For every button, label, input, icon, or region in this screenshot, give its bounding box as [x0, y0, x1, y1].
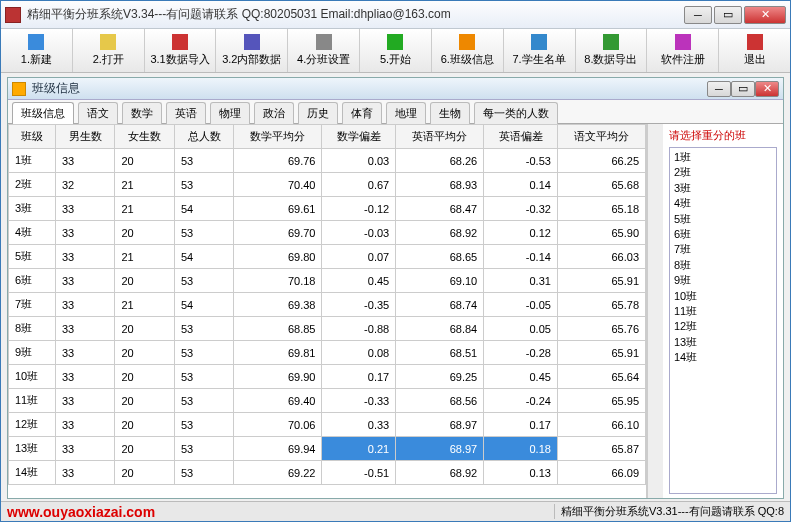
list-item[interactable]: 7班 — [674, 242, 772, 257]
table-row[interactable]: 7班33215469.38-0.3568.74-0.0565.78 — [9, 293, 646, 317]
column-header[interactable]: 语文平均分 — [557, 125, 645, 149]
cell[interactable]: 21 — [115, 173, 175, 197]
table-row[interactable]: 4班33205369.70-0.0368.920.1265.90 — [9, 221, 646, 245]
cell[interactable]: 65.91 — [557, 269, 645, 293]
column-header[interactable]: 英语偏差 — [484, 125, 558, 149]
cell[interactable]: 20 — [115, 149, 175, 173]
list-item[interactable]: 4班 — [674, 196, 772, 211]
cell[interactable]: 53 — [174, 389, 234, 413]
cell[interactable]: 65.78 — [557, 293, 645, 317]
table-row[interactable]: 12班33205370.060.3368.970.1766.10 — [9, 413, 646, 437]
cell[interactable]: 65.87 — [557, 437, 645, 461]
column-header[interactable]: 男生数 — [55, 125, 115, 149]
cell[interactable]: -0.05 — [484, 293, 558, 317]
toolbar-button-5[interactable]: 5.开始 — [360, 29, 432, 72]
tab-0[interactable]: 班级信息 — [12, 102, 74, 124]
cell[interactable]: 33 — [55, 221, 115, 245]
cell[interactable]: 20 — [115, 461, 175, 485]
cell[interactable]: 53 — [174, 365, 234, 389]
table-row[interactable]: 8班33205368.85-0.8868.840.0565.76 — [9, 317, 646, 341]
list-item[interactable]: 13班 — [674, 335, 772, 350]
cell[interactable]: 54 — [174, 245, 234, 269]
cell[interactable]: 69.81 — [234, 341, 322, 365]
cell[interactable]: 70.18 — [234, 269, 322, 293]
cell[interactable]: -0.33 — [322, 389, 396, 413]
cell[interactable]: 65.76 — [557, 317, 645, 341]
cell[interactable]: -0.32 — [484, 197, 558, 221]
cell[interactable]: 66.09 — [557, 461, 645, 485]
cell[interactable]: 53 — [174, 413, 234, 437]
cell[interactable]: 20 — [115, 269, 175, 293]
maximize-button[interactable]: ▭ — [714, 6, 742, 24]
cell[interactable]: 66.03 — [557, 245, 645, 269]
cell[interactable]: 0.13 — [484, 461, 558, 485]
cell[interactable]: 53 — [174, 221, 234, 245]
cell[interactable]: 0.05 — [484, 317, 558, 341]
tab-7[interactable]: 体育 — [342, 102, 382, 124]
column-header[interactable]: 数学平均分 — [234, 125, 322, 149]
cell[interactable]: 68.56 — [396, 389, 484, 413]
cell[interactable]: 70.40 — [234, 173, 322, 197]
cell[interactable]: 69.94 — [234, 437, 322, 461]
list-item[interactable]: 11班 — [674, 304, 772, 319]
cell[interactable]: 33 — [55, 269, 115, 293]
cell[interactable]: 70.06 — [234, 413, 322, 437]
table-row[interactable]: 11班33205369.40-0.3368.56-0.2465.95 — [9, 389, 646, 413]
cell[interactable]: 68.74 — [396, 293, 484, 317]
cell[interactable]: 20 — [115, 365, 175, 389]
toolbar-button-2[interactable]: 3.1数据导入 — [145, 29, 217, 72]
cell[interactable]: 65.64 — [557, 365, 645, 389]
tab-10[interactable]: 每一类的人数 — [474, 102, 558, 124]
list-item[interactable]: 8班 — [674, 258, 772, 273]
child-minimize-button[interactable]: ─ — [707, 81, 731, 97]
cell[interactable]: 68.47 — [396, 197, 484, 221]
cell[interactable]: 20 — [115, 413, 175, 437]
column-header[interactable]: 数学偏差 — [322, 125, 396, 149]
cell[interactable]: 33 — [55, 293, 115, 317]
vertical-scrollbar[interactable] — [647, 124, 663, 498]
cell[interactable]: 20 — [115, 317, 175, 341]
list-item[interactable]: 10班 — [674, 289, 772, 304]
table-row[interactable]: 9班33205369.810.0868.51-0.2865.91 — [9, 341, 646, 365]
toolbar-button-8[interactable]: 8.数据导出 — [576, 29, 648, 72]
cell[interactable]: 68.51 — [396, 341, 484, 365]
cell[interactable]: 21 — [115, 293, 175, 317]
cell[interactable]: 68.97 — [396, 437, 484, 461]
cell[interactable]: 33 — [55, 317, 115, 341]
cell[interactable]: 21 — [115, 197, 175, 221]
toolbar-button-3[interactable]: 3.2内部数据 — [216, 29, 288, 72]
cell[interactable]: 65.91 — [557, 341, 645, 365]
cell[interactable]: 33 — [55, 197, 115, 221]
list-item[interactable]: 6班 — [674, 227, 772, 242]
cell[interactable]: 53 — [174, 341, 234, 365]
cell[interactable]: 54 — [174, 197, 234, 221]
cell[interactable]: 9班 — [9, 341, 56, 365]
table-row[interactable]: 13班33205369.940.2168.970.1865.87 — [9, 437, 646, 461]
table-row[interactable]: 1班33205369.760.0368.26-0.5366.25 — [9, 149, 646, 173]
cell[interactable]: 65.68 — [557, 173, 645, 197]
list-item[interactable]: 3班 — [674, 181, 772, 196]
toolbar-button-10[interactable]: 退出 — [719, 29, 790, 72]
cell[interactable]: 68.85 — [234, 317, 322, 341]
cell[interactable]: 69.40 — [234, 389, 322, 413]
table-row[interactable]: 5班33215469.800.0768.65-0.1466.03 — [9, 245, 646, 269]
tab-1[interactable]: 语文 — [78, 102, 118, 124]
cell[interactable]: 69.25 — [396, 365, 484, 389]
cell[interactable]: 54 — [174, 293, 234, 317]
cell[interactable]: 0.07 — [322, 245, 396, 269]
tab-6[interactable]: 历史 — [298, 102, 338, 124]
child-maximize-button[interactable]: ▭ — [731, 81, 755, 97]
tab-5[interactable]: 政治 — [254, 102, 294, 124]
cell[interactable]: -0.12 — [322, 197, 396, 221]
cell[interactable]: 69.80 — [234, 245, 322, 269]
list-item[interactable]: 5班 — [674, 212, 772, 227]
cell[interactable]: 53 — [174, 149, 234, 173]
cell[interactable]: 68.26 — [396, 149, 484, 173]
cell[interactable]: 53 — [174, 437, 234, 461]
cell[interactable]: 20 — [115, 341, 175, 365]
cell[interactable]: 69.76 — [234, 149, 322, 173]
cell[interactable]: 65.18 — [557, 197, 645, 221]
cell[interactable]: 33 — [55, 341, 115, 365]
cell[interactable]: 0.17 — [484, 413, 558, 437]
column-header[interactable]: 英语平均分 — [396, 125, 484, 149]
